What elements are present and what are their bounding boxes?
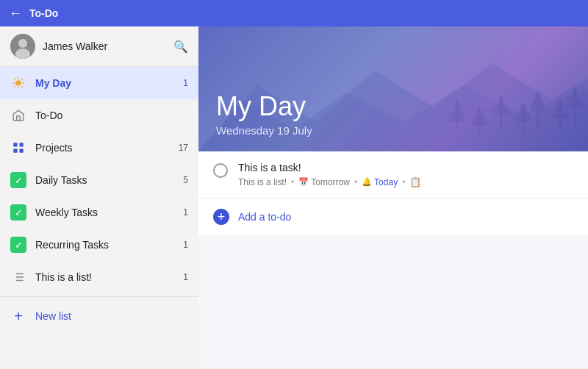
grid-icon	[10, 140, 26, 156]
new-list-button[interactable]: + New list	[0, 300, 198, 332]
sidebar-item-label-todo: To-Do	[35, 110, 188, 121]
sidebar-item-daily-tasks[interactable]: ✓ Daily Tasks 5	[0, 164, 198, 196]
svg-point-1	[18, 39, 27, 48]
sidebar-item-recurring-tasks[interactable]: ✓ Recurring Tasks 1	[0, 229, 198, 261]
task-meta-separator-2: •	[354, 177, 357, 187]
sidebar-badge-my-day: 1	[183, 78, 188, 88]
task-title: This is a task!	[238, 162, 573, 173]
add-todo-label: Add a to-do	[238, 211, 291, 223]
sidebar-badge-weekly-tasks: 1	[183, 207, 188, 218]
svg-line-9	[21, 86, 23, 87]
sidebar-item-this-is-a-list[interactable]: This is a list! 1	[0, 261, 198, 293]
task-due-text: Tomorrow	[311, 177, 350, 187]
main-layout: James Walker 🔍 My Day 1	[0, 26, 588, 369]
plus-icon: +	[10, 308, 26, 324]
sidebar-item-label-projects: Projects	[35, 142, 179, 154]
svg-point-3	[15, 80, 21, 86]
sidebar-item-todo[interactable]: To-Do	[0, 99, 198, 132]
task-meta-separator-3: •	[402, 177, 405, 187]
bell-icon: 🔔	[362, 177, 372, 187]
svg-rect-12	[17, 116, 21, 121]
sun-icon	[10, 75, 26, 91]
app-title: To-Do	[29, 7, 58, 19]
check-green-icon-daily: ✓	[10, 172, 26, 188]
svg-line-8	[14, 79, 15, 80]
add-todo-plus-icon: +	[213, 209, 229, 225]
sidebar-badge-daily-tasks: 5	[183, 175, 188, 185]
sidebar-badge-this-is-a-list: 1	[183, 272, 188, 282]
sidebar-item-label-weekly-tasks: Weekly Tasks	[35, 207, 183, 218]
task-note-icon: 📋	[409, 176, 421, 187]
right-panel: My Day Wednesday 19 July This is a task!…	[198, 26, 588, 369]
add-todo-button[interactable]: + Add a to-do	[198, 198, 588, 235]
sidebar: James Walker 🔍 My Day 1	[0, 26, 198, 369]
sidebar-item-label-recurring-tasks: Recurring Tasks	[35, 239, 183, 251]
tasks-area: This is a task! This is a list! • 📅 Tomo…	[198, 151, 588, 369]
day-title: My Day	[216, 92, 570, 121]
task-content: This is a task! This is a list! • 📅 Tomo…	[238, 162, 573, 187]
task-list-name: This is a list!	[238, 177, 287, 187]
sidebar-divider	[0, 296, 198, 297]
avatar	[10, 34, 35, 59]
day-date: Wednesday 19 July	[216, 124, 570, 137]
sidebar-item-projects[interactable]: Projects 17	[0, 132, 198, 164]
day-banner: My Day Wednesday 19 July	[198, 26, 588, 151]
svg-rect-14	[20, 143, 24, 146]
sidebar-badge-recurring-tasks: 1	[183, 240, 188, 250]
new-list-label: New list	[35, 310, 71, 322]
task-reminder-text: Today	[374, 177, 398, 187]
task-checkbox[interactable]	[213, 163, 228, 178]
calendar-icon: 📅	[298, 177, 309, 187]
sidebar-badge-projects: 17	[179, 143, 188, 153]
sidebar-item-label-this-is-a-list: This is a list!	[35, 271, 183, 283]
svg-rect-15	[13, 149, 17, 153]
back-button[interactable]: ←	[9, 6, 22, 21]
svg-rect-13	[13, 143, 17, 146]
sidebar-item-label-daily-tasks: Daily Tasks	[35, 174, 183, 186]
task-reminder: 🔔 Today	[362, 177, 398, 187]
table-row[interactable]: This is a task! This is a list! • 📅 Tomo…	[198, 151, 588, 198]
check-green-icon-weekly: ✓	[10, 204, 26, 221]
task-meta: This is a list! • 📅 Tomorrow • 🔔 Today •…	[238, 176, 573, 187]
sidebar-item-weekly-tasks[interactable]: ✓ Weekly Tasks 1	[0, 196, 198, 229]
sidebar-item-label-my-day: My Day	[35, 77, 183, 89]
task-due: 📅 Tomorrow	[298, 177, 350, 187]
house-icon	[10, 107, 26, 123]
search-button[interactable]: 🔍	[173, 40, 188, 54]
user-name: James Walker	[43, 40, 173, 52]
sidebar-item-my-day[interactable]: My Day 1	[0, 67, 198, 99]
svg-line-11	[14, 86, 15, 87]
check-green-icon-recurring: ✓	[10, 237, 26, 253]
user-header: James Walker 🔍	[0, 26, 198, 67]
list-icon	[10, 269, 26, 285]
task-meta-separator-1: •	[291, 177, 294, 187]
svg-rect-16	[20, 149, 24, 153]
topbar: ← To-Do	[0, 0, 588, 26]
svg-line-10	[21, 79, 23, 80]
